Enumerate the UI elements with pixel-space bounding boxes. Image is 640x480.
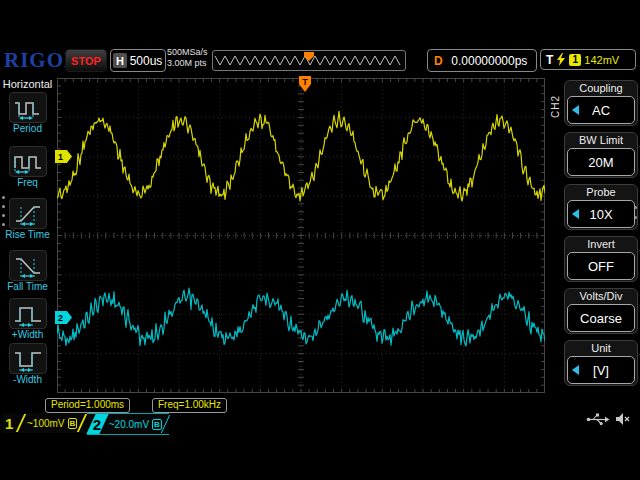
trigger-source-chip: 1 (569, 54, 581, 66)
horizontal-h-chip: H (113, 53, 127, 68)
left-arrow-icon (572, 209, 579, 219)
menu-group-invert: Invert OFF (564, 236, 638, 282)
preview-zigzag (213, 51, 405, 70)
trigger-readout-box[interactable]: T 1 142mV (540, 49, 636, 70)
delay-value: 0.00000000ps (443, 54, 536, 68)
trigger-edge-icon (556, 53, 566, 66)
scope-display-graticule (57, 78, 545, 393)
ch1-number: 1 (5, 415, 13, 432)
coupling-label: Coupling (567, 82, 635, 96)
trigger-position-marker[interactable]: T (298, 76, 312, 93)
ch2-bw-limit-icon: B (152, 419, 162, 430)
svg-text:T: T (302, 77, 308, 87)
invert-value-button[interactable]: OFF (567, 252, 635, 280)
measure-item-plus-width[interactable] (9, 298, 47, 329)
usb-icon (586, 412, 610, 427)
rise-time-icon (13, 201, 43, 227)
invert-label: Invert (567, 238, 635, 252)
speaker-muted-icon (615, 412, 631, 427)
delay-readout-box[interactable]: D 0.00000000ps (427, 49, 537, 72)
delay-d-label: D (434, 54, 443, 68)
ch2-status-badge[interactable]: 2 ~20.0mV B (87, 413, 169, 435)
left-arrow-icon (572, 105, 579, 115)
measure-label-period: Period (0, 123, 55, 134)
minus-width-icon (13, 346, 43, 372)
measure-item-fall-time[interactable] (9, 250, 47, 281)
menu-group-unit: Unit [V] (564, 340, 638, 386)
measure-label-fall-time: Fall Time (0, 281, 55, 292)
system-status-icons (586, 412, 631, 427)
waveform-preview-bar[interactable] (212, 50, 406, 71)
sample-rate: 500MSa/s (167, 47, 208, 58)
coupling-value-button[interactable]: AC (567, 96, 635, 124)
probe-value-button[interactable]: 10X (567, 200, 635, 228)
ch1-scale: ~100mV (27, 418, 65, 429)
volts-div-value-button[interactable]: Coarse (567, 304, 635, 332)
divider (77, 414, 87, 432)
measure-label-minus-width: -Width (0, 374, 55, 385)
fall-time-icon (13, 253, 43, 279)
run-stop-status-button[interactable]: STOP (65, 49, 107, 72)
bw-limit-value-button[interactable]: 20M (567, 148, 635, 176)
ch1-status-badge[interactable]: 1 ~100mV B (2, 413, 86, 433)
timebase-value: 500us (127, 54, 165, 68)
measure-label-freq: Freq (0, 177, 55, 188)
menu-group-probe: Probe 10X (564, 184, 638, 230)
plus-width-icon (13, 301, 43, 327)
right-menu-channel-tab: CH2 (547, 85, 563, 127)
ch2-scale: ~20.0mV (109, 419, 149, 430)
measure-label-plus-width: +Width (0, 329, 55, 340)
left-menu-title: Horizontal (0, 78, 55, 90)
unit-label: Unit (567, 342, 635, 356)
divider (161, 415, 171, 433)
bw-limit-label: BW Limit (567, 134, 635, 148)
menu-group-bw-limit: BW Limit 20M (564, 132, 638, 178)
measure-item-freq[interactable] (9, 146, 47, 177)
ch1-bw-limit-icon: B (68, 418, 78, 429)
period-icon (13, 95, 43, 121)
measure-item-period[interactable] (9, 92, 47, 123)
menu-group-coupling: Coupling AC (564, 80, 638, 126)
unit-value-button[interactable]: [V] (567, 356, 635, 384)
memory-depth: 3.00M pts (167, 58, 208, 69)
acquisition-info: 500MSa/s 3.00M pts (167, 47, 208, 69)
frequency-readout: Freq=1.00kHz (152, 398, 227, 413)
period-readout: Period=1.000ms (45, 398, 130, 413)
left-arrow-icon (572, 365, 579, 375)
ch2-number-chip: 2 (86, 414, 108, 434)
divider (16, 414, 26, 432)
trigger-level-value: 142mV (584, 54, 619, 66)
menu-group-volts-div: Volts/Div Coarse (564, 288, 638, 334)
measure-item-minus-width[interactable] (9, 343, 47, 374)
volts-div-label: Volts/Div (567, 290, 635, 304)
horizontal-timebase-box[interactable]: H 500us (110, 49, 166, 72)
freq-icon (13, 149, 43, 175)
measure-label-rise-time: Rise Time (0, 229, 55, 240)
probe-label: Probe (567, 186, 635, 200)
measure-item-rise-time[interactable] (9, 198, 47, 229)
trigger-t-label: T (546, 53, 553, 67)
